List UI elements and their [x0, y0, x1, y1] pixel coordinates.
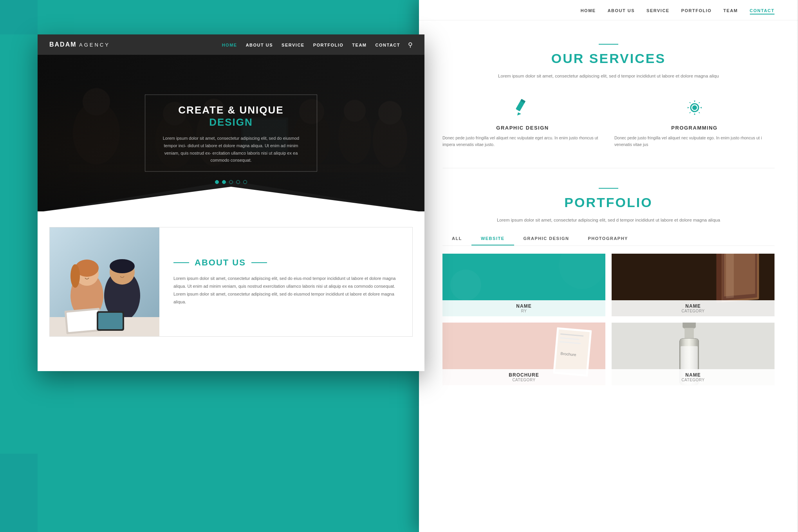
services-top-line: [599, 44, 618, 45]
programming-desc: Donec pede justo fringilla vel aliquet n…: [614, 135, 775, 149]
right-nav-about[interactable]: ABOUT US: [608, 8, 635, 13]
right-nav-contact[interactable]: CONTACT: [750, 8, 775, 14]
navbar: BADAM AGENCY HOME ABOUT US SERVICE PORTF…: [38, 34, 424, 55]
services-grid: GRAPHIC DESIGN Donec pede justo fringill…: [442, 96, 775, 149]
svg-rect-29: [98, 313, 123, 329]
services-title: OUR SERVICES: [442, 51, 775, 66]
gear-icon: [686, 99, 703, 116]
nav-service[interactable]: SERVICE: [282, 43, 305, 47]
right-nav-service[interactable]: SERVICE: [646, 8, 670, 13]
programming-title: PROGRAMMING: [614, 125, 775, 131]
dot-4[interactable]: [236, 180, 240, 184]
brand-light: AGENCY: [79, 42, 110, 48]
svg-marker-16: [38, 187, 424, 211]
deco-top-left: [0, 0, 38, 34]
portfolio-grid: NAME RY: [442, 254, 775, 385]
main-browser-window: BADAM AGENCY HOME ABOUT US SERVICE PORTF…: [38, 34, 424, 371]
pencil-icon: [514, 99, 531, 116]
hero-title-white: CREATE & UNIQUE: [178, 104, 283, 116]
about-card: ABOUT US Lorem ipsum dolor sit amet, con…: [49, 227, 413, 337]
svg-rect-57: [681, 346, 698, 369]
service-item-programming: PROGRAMMING Donec pede justo fringilla v…: [614, 96, 775, 149]
hero-description: Lorem ipsum dolor sit amet, consectetur …: [157, 135, 305, 164]
hero-title-teal: DESIGN: [209, 117, 253, 128]
portfolio-tabs: ALL WEBSITE GRAPHIC DESIGN PHOTOGRAPHY: [442, 232, 775, 246]
about-description: Lorem ipsum dolor sit amet, consectetur …: [173, 275, 398, 306]
dot-5[interactable]: [243, 180, 247, 184]
programming-icon-wrap: [683, 96, 706, 119]
portfolio-item-4-name: NAME: [616, 372, 770, 378]
portfolio-top-line: [599, 188, 618, 189]
portfolio-item-1-cat: RY: [447, 309, 601, 313]
portfolio-description: Lorem ipsum dolor sit amet, consectetur …: [495, 216, 722, 224]
portfolio-item-4[interactable]: NAME CATEGORY: [612, 323, 775, 385]
svg-point-37: [450, 269, 481, 300]
about-image: [50, 227, 159, 336]
svg-point-35: [693, 106, 697, 110]
tab-photography[interactable]: PHOTOGRAPHY: [578, 232, 637, 245]
portfolio-item-1[interactable]: NAME RY: [442, 254, 605, 316]
nav-portfolio[interactable]: PORTFOLIO: [313, 43, 344, 47]
right-navbar: HOME ABOUT US SERVICE PORTFOLIO TEAM CON…: [419, 0, 798, 20]
right-nav-home[interactable]: HOME: [581, 8, 596, 13]
portfolio-item-2-cat: CATEGORY: [616, 309, 770, 313]
svg-rect-44: [726, 254, 734, 298]
portfolio-item-3[interactable]: Brochure Brochure CATEGORY: [442, 323, 605, 385]
hero-section: CREATE & UNIQUE DESIGN Lorem ipsum dolor…: [38, 55, 424, 211]
portfolio-item-3-name: Brochure: [447, 372, 601, 378]
portfolio-item-1-name: NAME: [447, 303, 601, 309]
hero-triangle: [38, 165, 424, 211]
section-divider: [442, 168, 775, 168]
portfolio-item-2-name: NAME: [616, 303, 770, 309]
nav-about[interactable]: ABOUT US: [246, 43, 273, 47]
dot-2[interactable]: [222, 180, 226, 184]
graphic-design-icon-wrap: [511, 96, 534, 119]
tab-website[interactable]: WEBSITE: [471, 232, 514, 245]
about-title-wrapper: ABOUT US: [173, 258, 398, 268]
nav-team[interactable]: TEAM: [352, 43, 367, 47]
about-title-left-line: [173, 262, 189, 263]
graphic-design-title: GRAPHIC DESIGN: [442, 125, 603, 131]
about-title-right-line: [251, 262, 267, 263]
graphic-design-desc: Donec pede justo fringilla vel aliquet n…: [442, 135, 603, 149]
right-nav-portfolio[interactable]: PORTFOLIO: [681, 8, 712, 13]
portfolio-item-2[interactable]: NAME CATEGORY: [612, 254, 775, 316]
portfolio-item-4-label: NAME CATEGORY: [612, 369, 775, 385]
hero-title: CREATE & UNIQUE DESIGN: [157, 104, 305, 128]
services-description: Lorem ipsum dolor sit amet, consectetur …: [495, 72, 722, 80]
nav-contact[interactable]: CONTACT: [376, 43, 400, 47]
nav-home[interactable]: HOME: [222, 43, 237, 47]
svg-rect-27: [67, 310, 99, 332]
hero-content: CREATE & UNIQUE DESIGN Lorem ipsum dolor…: [145, 94, 317, 171]
portfolio-item-1-label: NAME RY: [442, 300, 605, 316]
about-section: ABOUT US Lorem ipsum dolor sit amet, con…: [38, 211, 424, 352]
main-content: ABOUT US Lorem ipsum dolor sit amet, con…: [38, 211, 424, 352]
tab-graphic-design[interactable]: GRAPHIC DESIGN: [514, 232, 579, 245]
portfolio-section: PORTFOLIO Lorem ipsum dolor sit amet, co…: [419, 172, 798, 393]
portfolio-item-2-label: NAME CATEGORY: [612, 300, 775, 316]
svg-rect-43: [716, 254, 722, 303]
nav-menu: HOME ABOUT US SERVICE PORTFOLIO TEAM CON…: [222, 41, 400, 48]
about-title: ABOUT US: [195, 258, 246, 268]
svg-marker-31: [517, 112, 521, 115]
services-section: OUR SERVICES Lorem ipsum dolor sit amet,…: [419, 20, 798, 164]
portfolio-item-3-label: Brochure CATEGORY: [442, 369, 605, 385]
brand-logo[interactable]: BADAM AGENCY: [49, 41, 110, 48]
hero-box: CREATE & UNIQUE DESIGN Lorem ipsum dolor…: [145, 94, 317, 171]
svg-point-21: [70, 264, 80, 288]
tab-all[interactable]: ALL: [442, 232, 471, 245]
about-text-area: ABOUT US Lorem ipsum dolor sit amet, con…: [159, 227, 412, 336]
portfolio-title: PORTFOLIO: [442, 195, 775, 210]
dot-3[interactable]: [229, 180, 233, 184]
right-nav-team[interactable]: TEAM: [723, 8, 738, 13]
portfolio-item-4-cat: CATEGORY: [616, 378, 770, 382]
deco-bottom-left: [0, 454, 38, 532]
svg-rect-54: [684, 327, 694, 339]
hero-dots: [215, 180, 247, 184]
service-item-graphic-design: GRAPHIC DESIGN Donec pede justo fringill…: [442, 96, 603, 149]
svg-point-24: [110, 259, 135, 273]
dot-1[interactable]: [215, 180, 219, 184]
search-icon[interactable]: ⚲: [408, 41, 413, 49]
portfolio-item-3-cat: CATEGORY: [447, 378, 601, 382]
brand-bold: BADAM: [49, 41, 77, 48]
